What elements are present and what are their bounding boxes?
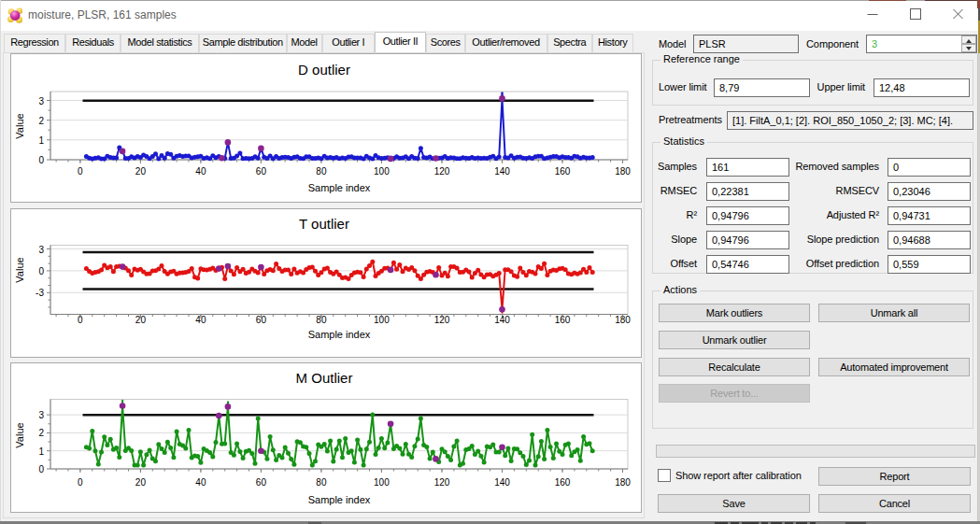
svg-text:Sample index: Sample index [308, 182, 371, 193]
svg-text:Sample index: Sample index [308, 494, 371, 505]
svg-text:D outlier: D outlier [298, 62, 350, 78]
svg-text:0: 0 [38, 155, 44, 165]
svg-text:60: 60 [256, 477, 267, 488]
svg-text:160: 160 [555, 477, 571, 488]
svg-text:M Outlier: M Outlier [296, 370, 353, 386]
svg-text:Sample index: Sample index [308, 329, 371, 340]
svg-text:Value: Value [14, 422, 25, 447]
svg-text:100: 100 [374, 477, 390, 488]
svg-text:20: 20 [135, 477, 147, 488]
svg-text:120: 120 [434, 166, 450, 177]
svg-text:80: 80 [316, 477, 327, 488]
svg-text:2: 2 [38, 116, 44, 126]
svg-text:3: 3 [38, 410, 44, 420]
svg-text:0: 0 [38, 464, 44, 474]
svg-text:180: 180 [615, 477, 631, 488]
svg-text:0: 0 [78, 477, 83, 488]
svg-text:80: 80 [316, 166, 327, 177]
svg-text:2: 2 [38, 428, 44, 438]
svg-text:0: 0 [78, 166, 83, 177]
svg-text:140: 140 [494, 166, 510, 177]
svg-text:-3: -3 [36, 288, 44, 298]
svg-text:T outlier: T outlier [299, 216, 349, 232]
svg-text:20: 20 [135, 166, 147, 177]
svg-text:Value: Value [14, 257, 25, 282]
svg-text:0: 0 [38, 266, 44, 276]
svg-text:100: 100 [374, 166, 390, 177]
svg-text:1: 1 [38, 446, 44, 457]
svg-text:40: 40 [195, 477, 206, 488]
svg-text:3: 3 [38, 96, 44, 106]
svg-text:1: 1 [38, 135, 44, 146]
svg-text:140: 140 [494, 477, 510, 488]
svg-text:60: 60 [256, 166, 267, 177]
svg-text:Value: Value [14, 113, 25, 138]
svg-text:40: 40 [195, 166, 206, 177]
svg-text:3: 3 [38, 245, 44, 255]
svg-text:120: 120 [434, 477, 450, 488]
